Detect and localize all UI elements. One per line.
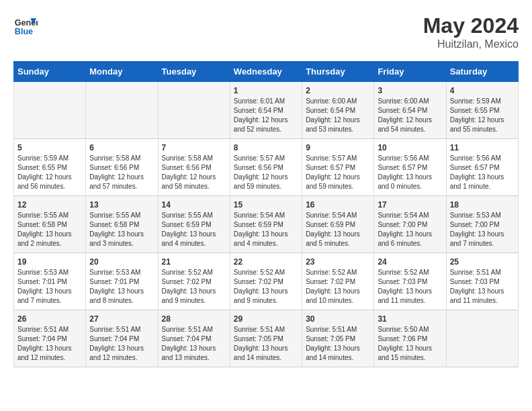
day-number: 18	[450, 200, 515, 210]
calendar-cell	[158, 82, 230, 139]
calendar-cell: 17Sunrise: 5:54 AM Sunset: 7:00 PM Dayli…	[374, 196, 446, 253]
day-content: Sunrise: 5:54 AM Sunset: 6:59 PM Dayligh…	[234, 211, 298, 248]
calendar-cell: 2Sunrise: 6:00 AM Sunset: 6:54 PM Daylig…	[302, 82, 374, 139]
calendar-week-2: 5Sunrise: 5:59 AM Sunset: 6:55 PM Daylig…	[14, 139, 519, 196]
day-content: Sunrise: 5:52 AM Sunset: 7:02 PM Dayligh…	[306, 268, 370, 306]
day-number: 4	[450, 86, 515, 95]
day-header-friday: Friday	[374, 62, 446, 82]
main-title: May 2024	[423, 13, 519, 38]
day-number: 24	[378, 257, 442, 267]
calendar-cell: 18Sunrise: 5:53 AM Sunset: 7:00 PM Dayli…	[446, 196, 518, 253]
day-number: 23	[306, 257, 370, 267]
day-content: Sunrise: 5:50 AM Sunset: 7:06 PM Dayligh…	[378, 325, 442, 363]
calendar-cell: 1Sunrise: 6:01 AM Sunset: 6:54 PM Daylig…	[230, 82, 302, 139]
calendar-header: SundayMondayTuesdayWednesdayThursdayFrid…	[14, 62, 519, 82]
day-number: 2	[306, 86, 370, 95]
calendar-cell: 5Sunrise: 5:59 AM Sunset: 6:55 PM Daylig…	[14, 139, 86, 196]
day-content: Sunrise: 5:51 AM Sunset: 7:04 PM Dayligh…	[89, 325, 154, 363]
day-number: 27	[89, 314, 154, 324]
day-number: 26	[17, 314, 82, 324]
day-content: Sunrise: 5:52 AM Sunset: 7:02 PM Dayligh…	[162, 268, 226, 306]
day-content: Sunrise: 5:54 AM Sunset: 7:00 PM Dayligh…	[378, 211, 442, 248]
calendar-cell: 8Sunrise: 5:57 AM Sunset: 6:56 PM Daylig…	[230, 139, 302, 196]
day-number: 3	[378, 86, 442, 95]
calendar-cell	[86, 82, 158, 139]
day-content: Sunrise: 5:58 AM Sunset: 6:56 PM Dayligh…	[89, 154, 154, 191]
calendar-cell: 25Sunrise: 5:51 AM Sunset: 7:03 PM Dayli…	[446, 253, 518, 310]
day-number: 21	[162, 257, 226, 267]
title-block: May 2024 Huitzilan, Mexico	[423, 13, 519, 50]
logo-icon: General Blue	[13, 13, 38, 38]
calendar-cell: 7Sunrise: 5:58 AM Sunset: 6:56 PM Daylig…	[158, 139, 230, 196]
calendar-cell: 29Sunrise: 5:51 AM Sunset: 7:05 PM Dayli…	[230, 310, 302, 367]
calendar-cell: 14Sunrise: 5:55 AM Sunset: 6:59 PM Dayli…	[158, 196, 230, 253]
calendar-cell: 23Sunrise: 5:52 AM Sunset: 7:02 PM Dayli…	[302, 253, 374, 310]
calendar-cell: 13Sunrise: 5:55 AM Sunset: 6:58 PM Dayli…	[86, 196, 158, 253]
calendar-week-5: 26Sunrise: 5:51 AM Sunset: 7:04 PM Dayli…	[14, 310, 519, 367]
day-content: Sunrise: 6:00 AM Sunset: 6:54 PM Dayligh…	[378, 97, 442, 134]
calendar-cell: 11Sunrise: 5:56 AM Sunset: 6:57 PM Dayli…	[446, 139, 518, 196]
calendar-body: 1Sunrise: 6:01 AM Sunset: 6:54 PM Daylig…	[14, 82, 519, 367]
day-content: Sunrise: 5:58 AM Sunset: 6:56 PM Dayligh…	[162, 154, 226, 191]
calendar-cell: 22Sunrise: 5:52 AM Sunset: 7:02 PM Dayli…	[230, 253, 302, 310]
subtitle: Huitzilan, Mexico	[423, 38, 519, 50]
day-number: 22	[234, 257, 298, 267]
day-number: 30	[306, 314, 370, 324]
day-content: Sunrise: 5:55 AM Sunset: 6:58 PM Dayligh…	[17, 211, 82, 248]
day-number: 5	[17, 143, 82, 152]
svg-text:Blue: Blue	[15, 27, 33, 36]
day-content: Sunrise: 5:57 AM Sunset: 6:57 PM Dayligh…	[306, 154, 370, 191]
calendar-cell: 15Sunrise: 5:54 AM Sunset: 6:59 PM Dayli…	[230, 196, 302, 253]
calendar-cell: 3Sunrise: 6:00 AM Sunset: 6:54 PM Daylig…	[374, 82, 446, 139]
calendar-cell	[14, 82, 86, 139]
day-number: 28	[162, 314, 226, 324]
day-number: 13	[89, 200, 154, 210]
calendar-cell: 28Sunrise: 5:51 AM Sunset: 7:04 PM Dayli…	[158, 310, 230, 367]
day-content: Sunrise: 5:59 AM Sunset: 6:55 PM Dayligh…	[450, 97, 515, 134]
day-content: Sunrise: 5:53 AM Sunset: 7:01 PM Dayligh…	[17, 268, 82, 306]
day-header-monday: Monday	[86, 62, 158, 82]
calendar-cell: 6Sunrise: 5:58 AM Sunset: 6:56 PM Daylig…	[86, 139, 158, 196]
calendar-cell: 31Sunrise: 5:50 AM Sunset: 7:06 PM Dayli…	[374, 310, 446, 367]
calendar-cell	[446, 310, 518, 367]
calendar-cell: 24Sunrise: 5:52 AM Sunset: 7:03 PM Dayli…	[374, 253, 446, 310]
day-header-wednesday: Wednesday	[230, 62, 302, 82]
day-content: Sunrise: 5:57 AM Sunset: 6:56 PM Dayligh…	[234, 154, 298, 191]
day-content: Sunrise: 5:52 AM Sunset: 7:03 PM Dayligh…	[378, 268, 442, 306]
calendar-cell: 12Sunrise: 5:55 AM Sunset: 6:58 PM Dayli…	[14, 196, 86, 253]
day-content: Sunrise: 5:55 AM Sunset: 6:58 PM Dayligh…	[89, 211, 154, 248]
calendar-cell: 9Sunrise: 5:57 AM Sunset: 6:57 PM Daylig…	[302, 139, 374, 196]
day-content: Sunrise: 5:56 AM Sunset: 6:57 PM Dayligh…	[378, 154, 442, 191]
calendar-week-1: 1Sunrise: 6:01 AM Sunset: 6:54 PM Daylig…	[14, 82, 519, 139]
day-number: 11	[450, 143, 515, 152]
day-content: Sunrise: 5:54 AM Sunset: 6:59 PM Dayligh…	[306, 211, 370, 248]
day-number: 7	[162, 143, 226, 152]
day-content: Sunrise: 5:53 AM Sunset: 7:01 PM Dayligh…	[89, 268, 154, 306]
day-number: 17	[378, 200, 442, 210]
day-header-saturday: Saturday	[446, 62, 518, 82]
calendar-cell: 21Sunrise: 5:52 AM Sunset: 7:02 PM Dayli…	[158, 253, 230, 310]
calendar-cell: 27Sunrise: 5:51 AM Sunset: 7:04 PM Dayli…	[86, 310, 158, 367]
day-number: 8	[234, 143, 298, 152]
calendar-cell: 19Sunrise: 5:53 AM Sunset: 7:01 PM Dayli…	[14, 253, 86, 310]
calendar-table: SundayMondayTuesdayWednesdayThursdayFrid…	[13, 61, 519, 367]
day-number: 31	[378, 314, 442, 324]
calendar-week-3: 12Sunrise: 5:55 AM Sunset: 6:58 PM Dayli…	[14, 196, 519, 253]
days-header-row: SundayMondayTuesdayWednesdayThursdayFrid…	[14, 62, 519, 82]
day-number: 19	[17, 257, 82, 267]
calendar-cell: 16Sunrise: 5:54 AM Sunset: 6:59 PM Dayli…	[302, 196, 374, 253]
day-number: 1	[234, 86, 298, 95]
day-header-tuesday: Tuesday	[158, 62, 230, 82]
day-content: Sunrise: 5:55 AM Sunset: 6:59 PM Dayligh…	[162, 211, 226, 248]
day-content: Sunrise: 5:53 AM Sunset: 7:00 PM Dayligh…	[450, 211, 515, 248]
day-content: Sunrise: 5:51 AM Sunset: 7:05 PM Dayligh…	[306, 325, 370, 363]
day-content: Sunrise: 5:52 AM Sunset: 7:02 PM Dayligh…	[234, 268, 298, 306]
day-content: Sunrise: 6:00 AM Sunset: 6:54 PM Dayligh…	[306, 97, 370, 134]
day-number: 12	[17, 200, 82, 210]
day-content: Sunrise: 5:51 AM Sunset: 7:03 PM Dayligh…	[450, 268, 515, 306]
page-header: General Blue May 2024 Huitzilan, Mexico	[13, 13, 519, 50]
day-content: Sunrise: 5:51 AM Sunset: 7:04 PM Dayligh…	[162, 325, 226, 363]
day-header-sunday: Sunday	[14, 62, 86, 82]
logo: General Blue	[13, 13, 38, 38]
day-number: 20	[89, 257, 154, 267]
